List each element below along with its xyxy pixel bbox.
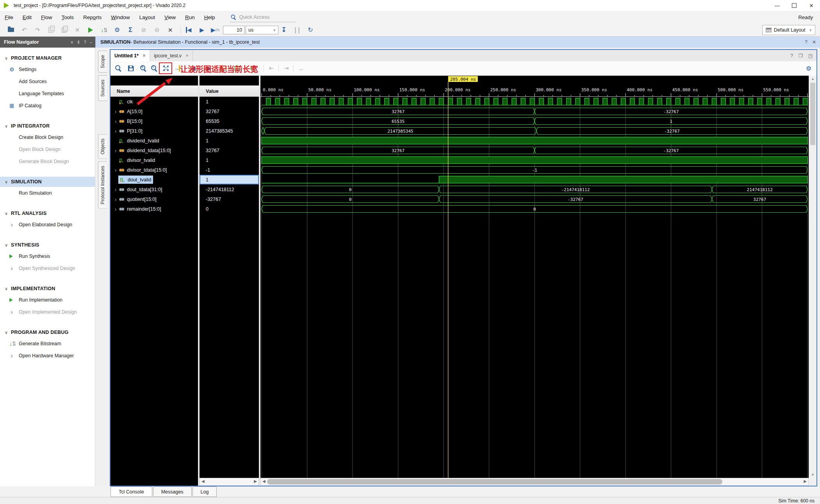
scroll-left-icon[interactable]: ◀ — [262, 479, 266, 483]
signal-row-dividend-tdata-15-0-[interactable]: ›dividend_tdata[15:0] — [111, 146, 198, 155]
paste-icon[interactable] — [59, 25, 70, 35]
scroll-left-icon[interactable]: ◀ — [201, 479, 205, 483]
flow-item-run-implementation[interactable]: Run Implementation — [0, 294, 95, 306]
minimize-panel-icon[interactable]: – — [90, 40, 92, 45]
signal-row-quotient-15-0-[interactable]: ›quotient[15:0] — [111, 194, 198, 204]
flow-section-synthesis[interactable]: ∨SYNTHESIS — [0, 240, 95, 250]
open-project-icon[interactable] — [5, 25, 16, 35]
report-sigma-icon[interactable]: Σ — [125, 25, 136, 35]
menu-flow[interactable]: Flow — [36, 13, 57, 22]
signal-value-quotient-15-0-[interactable]: -32767 — [200, 194, 259, 204]
expand-chevron-icon[interactable]: › — [113, 128, 118, 134]
flow-item-run-simulation[interactable]: Run Simulation — [0, 187, 95, 199]
menu-file[interactable]: File — [0, 13, 18, 22]
sim-step-icon[interactable]: ↧ — [278, 25, 289, 35]
layout-selector[interactable]: Default Layout ∨ — [762, 25, 815, 35]
menu-edit[interactable]: Edit — [18, 13, 36, 22]
scrollbar-thumb[interactable] — [267, 479, 722, 484]
console-tab-log[interactable]: Log — [193, 486, 217, 497]
help-icon[interactable]: ? — [805, 39, 808, 45]
minimize-button[interactable]: — — [768, 0, 786, 11]
flow-item-create-block-design[interactable]: Create Block Design — [0, 131, 95, 143]
maximize-button[interactable] — [786, 0, 803, 11]
signal-value-dout-tvalid[interactable]: 1 — [200, 175, 259, 185]
wave-style-icon-2[interactable] — [232, 64, 242, 73]
close-panel-icon[interactable]: ✕ — [812, 39, 816, 45]
signal-row-B-15-0-[interactable]: ›B[15:0] — [111, 116, 198, 126]
flow-item-add-sources[interactable]: Add Sources — [0, 75, 95, 87]
tab-ipcore-test-v[interactable]: ipcore_test.v✕ — [150, 50, 193, 61]
expand-chevron-icon[interactable]: › — [113, 108, 118, 115]
redo-icon[interactable]: ↷ — [32, 25, 43, 35]
wave-settings-gear-icon[interactable]: ⚙ — [804, 64, 813, 73]
signal-value-B-15-0-[interactable]: 65535 — [200, 116, 259, 126]
copy-icon[interactable] — [45, 25, 56, 35]
signal-row-A-15-0-[interactable]: ›A[15:0] — [111, 106, 198, 116]
console-tab-tcl-console[interactable]: Tcl Console — [111, 486, 152, 497]
flow-section-simulation[interactable]: ∨SIMULATION — [0, 177, 95, 187]
flow-section-ip-integrator[interactable]: ∨IP INTEGRATOR — [0, 121, 95, 131]
side-tab-sources[interactable]: Sources — [98, 75, 107, 101]
flow-item-open-hardware-manager[interactable]: ›Open Hardware Manager — [0, 350, 95, 362]
signal-value-divisor-tdata-15-0-[interactable]: -1 — [200, 165, 259, 175]
add-marker-icon[interactable]: +Γ — [248, 64, 257, 73]
signal-value-A-15-0-[interactable]: 32767 — [200, 106, 259, 116]
flow-item-ip-catalog[interactable]: ▦IP Catalog — [0, 99, 95, 112]
wave-search-icon[interactable] — [114, 64, 123, 73]
menu-tools[interactable]: Tools — [57, 13, 79, 22]
side-tab-objects[interactable]: Objects — [98, 134, 107, 159]
zoom-to-cursor-icon[interactable]: →▎ — [174, 64, 183, 73]
flow-section-project-manager[interactable]: ∨PROJECT MANAGER — [0, 53, 95, 63]
tab-untitled-1-[interactable]: Untitled 1*✕ — [111, 50, 150, 61]
wave-save-icon[interactable] — [126, 64, 135, 73]
flow-item-generate-bitstream[interactable]: ↓0110Generate Bitstream — [0, 337, 95, 350]
close-icon[interactable]: ✕ — [185, 53, 189, 58]
flow-section-program-and-debug[interactable]: ∨PROGRAM AND DEBUG — [0, 327, 95, 337]
quick-access-search[interactable]: Quick Access — [230, 12, 296, 22]
signal-row-clk[interactable]: clk — [111, 97, 198, 106]
delete-icon[interactable]: ✕ — [72, 25, 83, 35]
expand-chevron-icon[interactable]: › — [113, 196, 118, 202]
generate-bitstream-icon[interactable]: ↓0110 — [98, 25, 109, 35]
undo-icon[interactable]: ↶ — [19, 25, 30, 35]
sim-run-all-icon[interactable]: ▶ — [196, 25, 207, 35]
signal-row-divisor-tdata-15-0-[interactable]: ›divisor_tdata[15:0] — [111, 165, 198, 175]
value-column-header[interactable]: Value — [200, 85, 259, 97]
signal-row-remainder-15-0-[interactable]: ›remainder[15:0] — [111, 204, 198, 214]
side-tab-scope[interactable]: Scope — [98, 51, 107, 73]
previous-transition-icon[interactable]: ◀ — [189, 64, 198, 73]
wave-style-icon-1[interactable] — [219, 64, 228, 73]
value-hscrollbar[interactable]: ◀ ▶ — [200, 478, 259, 486]
signal-row-dout-tdata-31-0-[interactable]: ›dout_tdata[31:0] — [111, 185, 198, 194]
sim-time-field[interactable]: 10 — [223, 26, 245, 34]
flow-section-rtl-analysis[interactable]: ∨RTL ANALYSIS — [0, 208, 95, 218]
next-transition-icon[interactable]: ▶ — [204, 64, 214, 73]
expand-chevron-icon[interactable]: › — [113, 118, 118, 124]
expand-chevron-icon[interactable]: › — [113, 147, 118, 154]
scroll-right-icon[interactable]: ▶ — [254, 479, 257, 483]
menu-run[interactable]: Run — [180, 13, 200, 22]
zoom-out-icon[interactable]: − — [150, 64, 159, 73]
help-icon[interactable]: ? — [84, 40, 86, 45]
wave-hscrollbar[interactable]: ◀ ▶ — [260, 478, 809, 486]
signal-value-dout-tdata-31-0-[interactable]: -2147418112 — [200, 185, 259, 194]
help-icon[interactable]: ? — [790, 53, 793, 59]
menu-layout[interactable]: Layout — [134, 13, 160, 22]
expand-collapse-icon[interactable]: ⇕ — [77, 40, 80, 45]
signal-value-dividend-tvalid[interactable]: 1 — [200, 136, 259, 146]
expand-chevron-icon[interactable]: › — [113, 186, 118, 193]
signal-value-dividend-tdata-15-0-[interactable]: 32767 — [200, 146, 259, 155]
flow-item-run-synthesis[interactable]: Run Synthesis — [0, 250, 95, 262]
signal-row-dividend-tvalid[interactable]: dividend_tvalid — [111, 136, 198, 146]
maximize-panel-icon[interactable]: ◳ — [808, 53, 813, 59]
close-button[interactable]: ✕ — [803, 0, 820, 11]
menu-window[interactable]: Window — [106, 13, 134, 22]
signal-row-divisor-tvalid[interactable]: divisor_tvalid — [111, 155, 198, 165]
flow-item-settings[interactable]: ⚙Settings — [0, 63, 95, 75]
scroll-right-icon[interactable]: ▶ — [804, 479, 807, 483]
signal-value-remainder-15-0-[interactable]: 0 — [200, 204, 259, 214]
collapse-all-icon[interactable]: ≡ — [71, 40, 73, 45]
signal-value-P-31-0-[interactable]: 2147385345 — [200, 126, 259, 136]
sim-relaunch-icon[interactable]: ↻ — [305, 25, 316, 35]
name-column-header[interactable]: Name — [111, 85, 198, 97]
